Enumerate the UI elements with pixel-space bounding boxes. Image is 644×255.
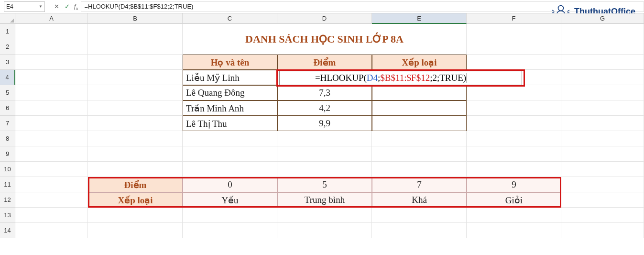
table-cell-name[interactable]: Trần Minh Anh	[183, 100, 277, 116]
row-header[interactable]: 2	[0, 39, 15, 55]
lookup-cell[interactable]: 5	[277, 177, 372, 192]
cell[interactable]	[561, 70, 644, 85]
cell[interactable]	[467, 24, 561, 39]
cell[interactable]	[15, 70, 88, 85]
lookup-cell[interactable]: 7	[372, 177, 467, 192]
table-cell-rank[interactable]	[372, 85, 467, 100]
cell[interactable]	[15, 192, 88, 208]
table-header[interactable]: Xếp loại	[372, 55, 467, 70]
cell[interactable]	[15, 146, 88, 162]
cell[interactable]	[88, 24, 183, 39]
row-header[interactable]: 1	[0, 24, 15, 39]
cell[interactable]	[372, 223, 467, 238]
cell[interactable]	[15, 177, 88, 192]
cell[interactable]	[15, 39, 88, 55]
select-all-corner[interactable]	[0, 13, 15, 24]
table-cell-score[interactable]: 4,2	[277, 100, 372, 116]
accept-formula-icon[interactable]: ✓	[62, 1, 72, 12]
row-header[interactable]: 10	[0, 162, 15, 177]
cell[interactable]	[277, 162, 372, 177]
cell[interactable]	[15, 24, 88, 39]
cell[interactable]	[372, 131, 467, 146]
cell[interactable]	[561, 55, 644, 70]
cell[interactable]	[561, 85, 644, 100]
cell[interactable]	[88, 131, 183, 146]
formula-edit-overlay[interactable]: =HLOOKUP(D4;$B$11:$F$12;2;TRUE)	[279, 71, 522, 85]
col-header[interactable]: B	[88, 13, 183, 24]
cell[interactable]	[15, 85, 88, 100]
cell[interactable]	[183, 131, 277, 146]
lookup-cell[interactable]: Khá	[372, 192, 467, 208]
row-header[interactable]: 7	[0, 116, 15, 131]
col-header[interactable]: D	[277, 13, 372, 24]
cell[interactable]	[561, 223, 644, 238]
col-header[interactable]: C	[183, 13, 277, 24]
cell[interactable]	[277, 223, 372, 238]
name-box[interactable]: E4 ▼	[4, 1, 45, 12]
cell[interactable]	[277, 131, 372, 146]
row-header[interactable]: 9	[0, 146, 15, 162]
cell[interactable]	[561, 131, 644, 146]
cell[interactable]	[372, 162, 467, 177]
row-header[interactable]: 13	[0, 208, 15, 223]
cancel-formula-icon[interactable]: ✕	[51, 1, 62, 12]
cell[interactable]	[88, 100, 183, 116]
cell[interactable]	[88, 116, 183, 131]
cell[interactable]	[467, 39, 561, 55]
cell[interactable]	[467, 208, 561, 223]
cell[interactable]	[561, 100, 644, 116]
cell[interactable]	[467, 131, 561, 146]
cell[interactable]	[467, 146, 561, 162]
col-header[interactable]: E	[372, 13, 467, 24]
cell[interactable]	[15, 208, 88, 223]
lookup-header[interactable]: Xếp loại	[88, 192, 183, 208]
lookup-cell[interactable]: Giỏi	[467, 192, 561, 208]
cell[interactable]	[467, 223, 561, 238]
lookup-cell[interactable]: 9	[467, 177, 561, 192]
cell[interactable]	[277, 208, 372, 223]
table-cell-rank[interactable]	[372, 100, 467, 116]
cell[interactable]	[15, 100, 88, 116]
cell[interactable]	[88, 223, 183, 238]
fx-icon[interactable]: fx	[74, 2, 78, 11]
row-header[interactable]: 3	[0, 55, 15, 70]
table-cell-rank[interactable]	[372, 116, 467, 131]
row-header[interactable]: 6	[0, 100, 15, 116]
cell[interactable]	[183, 162, 277, 177]
lookup-cell[interactable]: Trung bình	[277, 192, 372, 208]
chevron-down-icon[interactable]: ▼	[39, 4, 43, 9]
cell[interactable]	[88, 70, 183, 85]
lookup-header[interactable]: Điểm	[88, 177, 183, 192]
table-cell-score[interactable]: 9,9	[277, 116, 372, 131]
cell[interactable]	[88, 55, 183, 70]
table-cell-score[interactable]: 7,3	[277, 85, 372, 100]
row-header[interactable]: 14	[0, 223, 15, 238]
cell[interactable]	[15, 223, 88, 238]
col-header[interactable]: A	[15, 13, 88, 24]
cell[interactable]	[561, 162, 644, 177]
cell[interactable]	[467, 85, 561, 100]
cell[interactable]	[467, 100, 561, 116]
cell[interactable]	[372, 208, 467, 223]
cell[interactable]	[15, 131, 88, 146]
cell[interactable]	[15, 55, 88, 70]
cell[interactable]	[183, 146, 277, 162]
table-cell-name[interactable]: Lê Thị Thu	[183, 116, 277, 131]
cell[interactable]	[88, 162, 183, 177]
lookup-cell[interactable]: Yếu	[183, 192, 277, 208]
cell[interactable]	[183, 208, 277, 223]
col-header[interactable]: F	[467, 13, 561, 24]
table-header[interactable]: Điểm	[277, 55, 372, 70]
row-header[interactable]: 5	[0, 85, 15, 100]
cell[interactable]	[561, 177, 644, 192]
cell[interactable]	[561, 116, 644, 131]
cell[interactable]	[467, 162, 561, 177]
cell[interactable]	[183, 223, 277, 238]
row-header[interactable]: 8	[0, 131, 15, 146]
cell[interactable]	[15, 162, 88, 177]
cell[interactable]	[467, 55, 561, 70]
row-header[interactable]: 12	[0, 192, 15, 208]
cell[interactable]	[561, 24, 644, 39]
cell[interactable]	[15, 116, 88, 131]
cell[interactable]	[561, 39, 644, 55]
